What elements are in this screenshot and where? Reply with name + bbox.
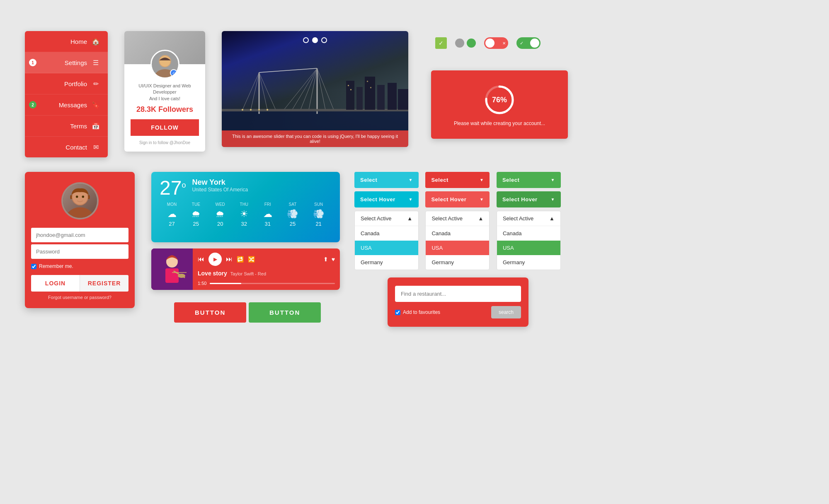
select-active-header-teal[interactable]: Select Active ▲ bbox=[355, 211, 418, 226]
chevron-up-icon: ▲ bbox=[478, 215, 484, 222]
share-icon[interactable]: ⬆ bbox=[323, 256, 328, 263]
terms-icon: 📅 bbox=[91, 121, 100, 130]
select-hover-label-teal: Select Hover bbox=[360, 196, 395, 203]
toggle-on[interactable] bbox=[516, 37, 541, 49]
add-favourites-checkbox[interactable] bbox=[395, 310, 400, 315]
toggle-knob-on bbox=[530, 39, 539, 48]
chevron-down-icon: ▼ bbox=[551, 197, 555, 202]
song-artist: Taylor Swift - Red bbox=[230, 271, 266, 276]
dot-3[interactable] bbox=[321, 37, 327, 43]
forward-icon[interactable]: ⏭ bbox=[226, 256, 233, 263]
login-button[interactable]: LOGIN bbox=[31, 275, 80, 292]
chevron-down-icon: ▼ bbox=[480, 197, 484, 202]
nav-label-home: Home bbox=[32, 38, 91, 45]
restaurant-search-button[interactable]: search bbox=[491, 306, 521, 318]
nav-item-settings[interactable]: 1 Settings ☰ bbox=[25, 52, 108, 73]
svg-point-38 bbox=[82, 195, 84, 198]
svg-rect-30 bbox=[367, 81, 368, 82]
weather-card: 27o New York United States Of America MO… bbox=[151, 172, 340, 242]
forgot-password-link[interactable]: Forgot username or password? bbox=[25, 295, 135, 300]
home-icon: 🏠 bbox=[91, 37, 100, 46]
svg-line-11 bbox=[284, 68, 317, 110]
dropdown-col-red: Select ▼ Select Hover ▼ Select Active ▲ … bbox=[425, 172, 490, 270]
heart-icon[interactable]: ♥ bbox=[332, 256, 335, 263]
repeat-icon[interactable]: 🔁 bbox=[237, 256, 244, 263]
restaurant-search-input[interactable] bbox=[395, 286, 521, 302]
current-time: 1:50 bbox=[198, 281, 206, 286]
nav-item-portfolio[interactable]: Portfolio ✏ bbox=[25, 73, 108, 94]
weather-icon: ☀ bbox=[240, 209, 249, 219]
weather-day-sun: SUN 💨 21 bbox=[313, 202, 324, 227]
select-button-green[interactable]: Select ▼ bbox=[497, 172, 561, 188]
progress-label: Please wait while creating your account.… bbox=[454, 121, 545, 126]
checkbox-green[interactable]: ✓ bbox=[435, 37, 447, 49]
select-hover-teal[interactable]: Select Hover ▼ bbox=[354, 191, 419, 207]
add-to-favourites-label: Add to favourites bbox=[395, 309, 440, 315]
progress-bar[interactable] bbox=[210, 283, 335, 284]
nav-label-portfolio: Portfolio bbox=[32, 80, 91, 87]
password-field[interactable] bbox=[31, 244, 128, 259]
select-label-teal: Select bbox=[360, 177, 377, 183]
nav-label-messages: Messages bbox=[32, 101, 91, 109]
option-germany-green[interactable]: Germany bbox=[497, 255, 560, 270]
day-temp: 21 bbox=[313, 221, 324, 227]
select-hover-green[interactable]: Select Hover ▼ bbox=[497, 191, 561, 207]
svg-point-20 bbox=[258, 109, 260, 111]
nav-item-messages[interactable]: 2 Messages 🔖 bbox=[25, 94, 108, 116]
svg-line-10 bbox=[259, 72, 276, 110]
svg-point-43 bbox=[178, 274, 185, 278]
option-germany-teal[interactable]: Germany bbox=[355, 255, 418, 270]
option-canada-green[interactable]: Canada bbox=[497, 226, 560, 241]
option-canada-teal[interactable]: Canada bbox=[355, 226, 418, 241]
play-button[interactable]: ▶ bbox=[208, 253, 222, 266]
svg-rect-29 bbox=[350, 89, 351, 90]
email-field[interactable] bbox=[31, 228, 128, 242]
progress-card: 76% Please wait while creating your acco… bbox=[431, 70, 568, 139]
select-hover-label-green: Select Hover bbox=[502, 196, 538, 203]
profile-bg: ✓ bbox=[124, 31, 205, 64]
shuffle-icon[interactable]: 🔀 bbox=[248, 256, 255, 263]
nav-item-contact[interactable]: Contact ✉ bbox=[25, 137, 108, 157]
select-button-red[interactable]: Select ▼ bbox=[425, 172, 490, 188]
settings-badge: 1 bbox=[29, 59, 36, 66]
rewind-icon[interactable]: ⏮ bbox=[198, 256, 204, 263]
svg-point-21 bbox=[267, 109, 268, 111]
chevron-down-icon: ▼ bbox=[409, 197, 413, 202]
sidebar-nav: Home 🏠 1 Settings ☰ Portfolio ✏ 2 Messag… bbox=[25, 31, 108, 157]
follow-button[interactable]: FOLLOW bbox=[131, 119, 199, 136]
svg-line-12 bbox=[292, 68, 317, 110]
day-name: FRI bbox=[263, 202, 272, 207]
option-canada-red[interactable]: Canada bbox=[426, 226, 489, 241]
album-art bbox=[151, 248, 193, 290]
day-temp: 32 bbox=[240, 221, 249, 227]
svg-rect-27 bbox=[398, 89, 408, 110]
user-avatar-icon bbox=[63, 184, 97, 218]
remember-checkbox[interactable] bbox=[31, 264, 36, 269]
svg-line-13 bbox=[301, 68, 317, 110]
dot-2[interactable] bbox=[312, 37, 318, 43]
login-buttons: LOGIN REGISTER bbox=[31, 275, 128, 292]
dot-1[interactable] bbox=[303, 37, 309, 43]
radio-off[interactable] bbox=[455, 39, 464, 48]
progress-wrap: 1:50 bbox=[198, 281, 335, 286]
controls-row: ✓ bbox=[435, 37, 541, 49]
nav-item-terms[interactable]: Terms 📅 bbox=[25, 116, 108, 137]
day-name: TUE bbox=[191, 202, 201, 207]
green-button[interactable]: BUTTON bbox=[249, 302, 321, 323]
select-active-header-green[interactable]: Select Active ▲ bbox=[497, 211, 560, 226]
day-temp: 25 bbox=[191, 221, 201, 227]
option-germany-red[interactable]: Germany bbox=[426, 255, 489, 270]
register-button[interactable]: REGISTER bbox=[80, 275, 128, 292]
option-usa-red[interactable]: USA bbox=[426, 241, 489, 255]
toggle-off[interactable] bbox=[484, 37, 508, 49]
nav-item-home[interactable]: Home 🏠 bbox=[25, 31, 108, 52]
select-hover-red[interactable]: Select Hover ▼ bbox=[425, 191, 490, 207]
radio-on[interactable] bbox=[467, 39, 476, 48]
svg-line-7 bbox=[242, 72, 259, 110]
option-usa-green[interactable]: USA bbox=[497, 241, 560, 255]
red-button[interactable]: BUTTON bbox=[174, 302, 246, 323]
svg-rect-3 bbox=[222, 110, 408, 130]
select-button-teal[interactable]: Select ▼ bbox=[354, 172, 419, 188]
option-usa-teal[interactable]: USA bbox=[355, 241, 418, 255]
select-active-header-red[interactable]: Select Active ▲ bbox=[426, 211, 489, 226]
